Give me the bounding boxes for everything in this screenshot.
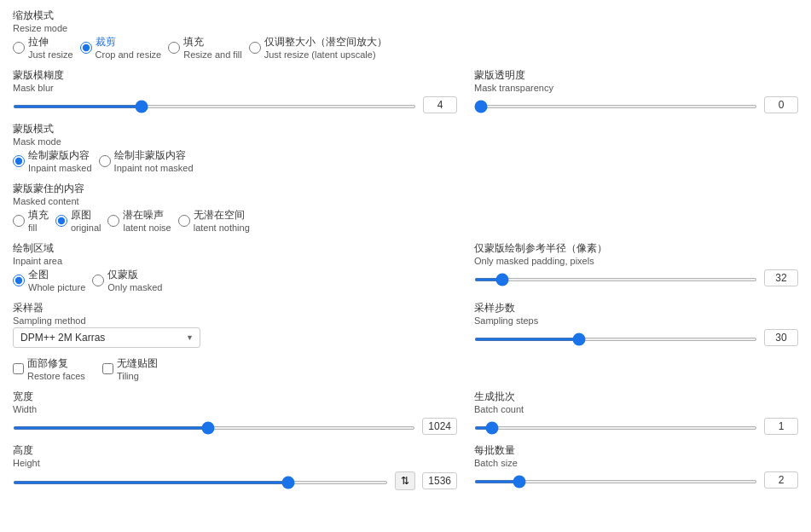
width-value[interactable]: 1024 [422, 418, 457, 435]
batch-count-row: 1 [474, 418, 798, 435]
batch-count-slider[interactable] [474, 426, 757, 430]
sampling-steps-en: Sampling steps [474, 315, 798, 326]
mask-mode-radio-0[interactable] [13, 155, 25, 167]
sampling-steps-row: 30 [474, 329, 798, 346]
batch-size-slider[interactable] [474, 480, 757, 483]
resize-option-2[interactable]: 填充 Resize and fill [168, 35, 241, 60]
resize-option-3[interactable]: 仅调整大小（潜空间放大） Just resize (latent upscale… [249, 35, 387, 60]
inpaint-area-1[interactable]: 仅蒙版 Only masked [92, 268, 162, 292]
masked-content-3[interactable]: 无潜在空间 latent nothing [178, 208, 250, 233]
mask-mode-en: Mask mode [13, 136, 798, 147]
mask-transparency-row: 0 [474, 96, 798, 113]
restore-faces-checkbox[interactable] [13, 363, 24, 374]
restore-faces-group[interactable]: 面部修复 Restore faces [13, 356, 85, 381]
resize-radio-1[interactable] [80, 42, 92, 54]
masked-content-radio-0[interactable] [13, 215, 25, 227]
mask-transparency-slider[interactable] [474, 105, 757, 108]
inpaint-area-options: 全图 Whole picture 仅蒙版 Only masked [13, 268, 457, 292]
sampling-steps-slider[interactable] [474, 338, 757, 341]
height-cn: 高度 [13, 443, 457, 458]
resize-mode-label: 缩放模式 Resize mode [13, 9, 798, 33]
padding-slider-container [474, 272, 757, 284]
masked-content-en: Masked content [13, 196, 798, 206]
batch-size-section: 每批数量 Batch size 2 [474, 443, 798, 489]
batch-size-cn: 每批数量 [474, 443, 798, 458]
width-section: 宽度 Width 1024 [13, 390, 457, 435]
mask-mode-section: 蒙版模式 Mask mode 绘制蒙版内容 Inpaint masked 绘制非… [13, 122, 798, 173]
height-en: Height [13, 458, 457, 468]
mask-mode-1[interactable]: 绘制非蒙版内容 Inpaint not masked [99, 148, 194, 173]
inpaint-area-radio-1[interactable] [92, 275, 104, 286]
height-section: 高度 Height ⇅ 1536 [13, 443, 457, 490]
mask-mode-radio-1[interactable] [99, 155, 111, 167]
resize-option-1[interactable]: 裁剪 Crop and resize [80, 35, 162, 60]
resize-label-2: 填充 Resize and fill [183, 35, 241, 60]
resize-label-0: 拉伸 Just resize [28, 35, 73, 60]
batch-size-row: 2 [474, 471, 798, 489]
masked-content-radio-2[interactable] [107, 215, 119, 227]
restore-faces-label: 面部修复 Restore faces [27, 356, 85, 381]
mask-transparency-value[interactable]: 0 [764, 96, 798, 113]
swap-dimensions-button[interactable]: ⇅ [395, 471, 415, 490]
mask-transparency-slider-container [474, 99, 757, 111]
sampling-steps-value[interactable]: 30 [764, 329, 798, 346]
mask-blur-row: 4 [13, 96, 457, 113]
sampling-method-section: 采样器 Sampling method DPM++ 2M Karras Eule… [13, 301, 457, 348]
height-value[interactable]: 1536 [422, 472, 457, 489]
sampling-steps-cn: 采样步数 [474, 301, 798, 315]
padding-cn: 仅蒙版绘制参考半径（像素） [474, 241, 798, 256]
mask-transparency-section: 蒙版透明度 Mask transparency 0 [474, 68, 798, 113]
resize-label-1: 裁剪 Crop and resize [96, 35, 162, 60]
sampling-section: 采样器 Sampling method DPM++ 2M Karras Eule… [13, 301, 798, 348]
masked-content-0[interactable]: 填充 fill [13, 208, 49, 233]
resize-label-3: 仅调整大小（潜空间放大） Just resize (latent upscale… [264, 35, 387, 60]
tiling-label: 无缝贴图 Tiling [117, 356, 158, 381]
masked-content-radio-1[interactable] [55, 215, 67, 227]
mask-mode-cn: 蒙版模式 [13, 122, 798, 136]
mask-blur-slider[interactable] [13, 105, 416, 108]
width-row: 1024 [13, 418, 457, 435]
resize-mode-cn: 缩放模式 [13, 9, 798, 23]
sampling-method-cn: 采样器 [13, 301, 457, 315]
mask-mode-0[interactable]: 绘制蒙版内容 Inpaint masked [13, 148, 92, 173]
inpaint-area-en: Inpaint area [13, 256, 457, 266]
masked-content-radio-3[interactable] [178, 215, 190, 227]
tiling-group[interactable]: 无缝贴图 Tiling [102, 356, 158, 381]
tiling-checkbox[interactable] [102, 363, 113, 374]
batch-size-value[interactable]: 2 [764, 471, 798, 489]
resize-radio-2[interactable] [168, 42, 180, 54]
padding-slider[interactable] [474, 278, 757, 281]
batch-count-cn: 生成批次 [474, 390, 798, 404]
checkboxes-section: 面部修复 Restore faces 无缝贴图 Tiling [13, 356, 798, 381]
resize-mode-options: 拉伸 Just resize 裁剪 Crop and resize 填充 Res… [13, 35, 798, 60]
resize-option-0[interactable]: 拉伸 Just resize [13, 35, 73, 60]
mask-transparency-cn: 蒙版透明度 [474, 68, 798, 83]
mask-blur-cn: 蒙版模糊度 [13, 68, 457, 83]
mask-transparency-en: Mask transparency [474, 83, 798, 93]
batch-count-section: 生成批次 Batch count 1 [474, 390, 798, 435]
height-row: ⇅ 1536 [13, 471, 457, 490]
inpaint-area-radio-0[interactable] [13, 275, 25, 286]
mask-blur-value[interactable]: 4 [423, 96, 457, 113]
batch-count-value[interactable]: 1 [764, 418, 798, 435]
height-slider[interactable] [13, 481, 388, 484]
masked-content-1[interactable]: 原图 original [55, 208, 101, 233]
masked-content-cn: 蒙版蒙住的内容 [13, 182, 798, 196]
resize-mode-section: 缩放模式 Resize mode 拉伸 Just resize 裁剪 Crop … [13, 9, 798, 60]
inpaint-area-0[interactable]: 全图 Whole picture [13, 268, 85, 292]
mask-blur-section: 蒙版模糊度 Mask blur 4 [13, 68, 457, 113]
resize-radio-3[interactable] [249, 42, 261, 54]
sampling-method-wrapper[interactable]: DPM++ 2M Karras Euler a DDIM [13, 327, 200, 348]
mask-blur-en: Mask blur [13, 83, 457, 93]
padding-value[interactable]: 32 [764, 269, 798, 286]
width-slider[interactable] [13, 426, 415, 430]
inpaint-area-left: 绘制区域 Inpaint area 全图 Whole picture 仅蒙版 O… [13, 241, 457, 292]
mask-blur-slider-container [13, 99, 416, 111]
sampling-steps-slider-container [474, 332, 757, 344]
sampling-method-select[interactable]: DPM++ 2M Karras Euler a DDIM [13, 327, 200, 348]
masked-content-2[interactable]: 潜在噪声 latent noise [107, 208, 171, 233]
batch-size-slider-container [474, 474, 757, 486]
resize-radio-0[interactable] [13, 42, 25, 54]
width-slider-container [13, 420, 415, 432]
width-cn: 宽度 [13, 390, 457, 404]
